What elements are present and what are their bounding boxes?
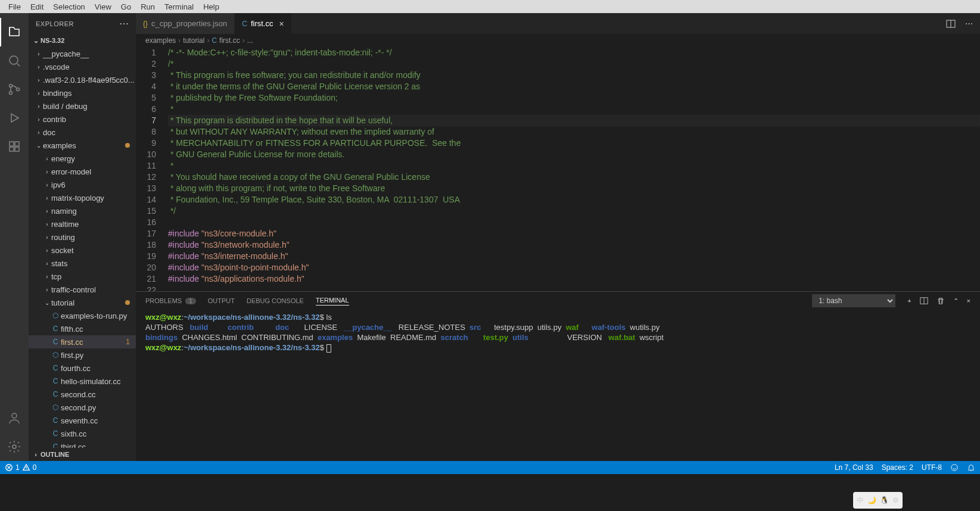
- status-spaces[interactable]: Spaces: 2: [882, 463, 913, 472]
- outline-section[interactable]: › OUTLINE: [29, 448, 136, 461]
- chevron-right-icon: ›: [43, 155, 51, 162]
- svg-point-3: [17, 88, 20, 91]
- run-debug-icon[interactable]: [0, 104, 29, 132]
- source-control-icon[interactable]: [0, 75, 29, 104]
- tab-actions: ⋯: [946, 13, 980, 34]
- code-lines[interactable]: /* -*- Mode:C++; c-file-style:"gnu"; ind…: [166, 47, 980, 291]
- status-bell-icon[interactable]: [967, 463, 975, 472]
- close-panel-icon[interactable]: ×: [967, 297, 970, 304]
- menu-run[interactable]: Run: [136, 2, 160, 11]
- tree-item-label: .waf3-2.0.18-ff4ae9f5cc0...: [43, 76, 135, 85]
- folder-item[interactable]: ›traffic-control: [29, 283, 136, 296]
- file-item[interactable]: ⬡first.py: [29, 348, 136, 362]
- folder-item[interactable]: ›tcp: [29, 270, 136, 283]
- menu-file[interactable]: File: [4, 2, 26, 11]
- menu-edit[interactable]: Edit: [26, 2, 48, 11]
- chevron-right-icon: ›: [43, 195, 51, 201]
- file-item[interactable]: Cthird.cc: [29, 440, 136, 448]
- tree-item-label: tcp: [51, 272, 61, 281]
- folder-item[interactable]: ›doc: [29, 126, 136, 139]
- settings-gear-icon[interactable]: [0, 432, 29, 461]
- folder-item[interactable]: ›build / debug: [29, 99, 136, 113]
- panel-tab-problems[interactable]: PROBLEMS 1: [145, 297, 196, 304]
- chevron-right-icon: ›: [43, 234, 51, 241]
- chevron-down-icon: ⌄: [43, 300, 51, 306]
- folder-item[interactable]: ⌄tutorial: [29, 296, 136, 309]
- close-icon[interactable]: ×: [279, 19, 284, 29]
- terminal-select[interactable]: 1: bash: [812, 294, 895, 307]
- accounts-icon[interactable]: [0, 404, 29, 432]
- folder-item[interactable]: ›routing: [29, 230, 136, 244]
- tree-item-label: fourth.cc: [61, 364, 91, 373]
- folder-item[interactable]: ›stats: [29, 257, 136, 270]
- explorer-icon[interactable]: [0, 18, 29, 46]
- panel-tab-terminal[interactable]: TERMINAL: [316, 297, 349, 306]
- folder-item[interactable]: ›.vscode: [29, 60, 136, 73]
- activity-bar: [0, 13, 29, 461]
- folder-item[interactable]: ›naming: [29, 204, 136, 217]
- json-icon: {}: [143, 20, 148, 28]
- file-tree[interactable]: ›__pycache__›.vscode›.waf3-2.0.18-ff4ae9…: [29, 47, 136, 448]
- file-item[interactable]: Cfirst.cc1: [29, 335, 136, 348]
- file-item[interactable]: Csecond.cc: [29, 388, 136, 401]
- folder-item[interactable]: ›matrix-topology: [29, 191, 136, 204]
- menubar: File Edit Selection View Go Run Terminal…: [0, 0, 980, 13]
- tab-first-cc[interactable]: C first.cc ×: [235, 13, 291, 34]
- split-terminal-icon[interactable]: [920, 297, 928, 305]
- breadcrumb[interactable]: examples› tutorial› C first.cc› ...: [136, 34, 980, 47]
- svg-point-2: [10, 92, 13, 95]
- breadcrumb-item[interactable]: tutorial: [183, 36, 204, 45]
- folder-item[interactable]: ›ipv6: [29, 178, 136, 191]
- folder-item[interactable]: ›socket: [29, 244, 136, 257]
- tree-item-label: sixth.cc: [61, 429, 86, 438]
- menu-terminal[interactable]: Terminal: [160, 2, 198, 11]
- folder-item[interactable]: ›contrib: [29, 113, 136, 126]
- split-editor-icon[interactable]: [946, 19, 956, 29]
- maximize-panel-icon[interactable]: ⌃: [953, 297, 959, 305]
- folder-item[interactable]: ›bindings: [29, 86, 136, 99]
- sidebar-more-icon[interactable]: ⋯: [119, 18, 129, 29]
- panel-tab-debug[interactable]: DEBUG CONSOLE: [247, 297, 304, 304]
- breadcrumb-item[interactable]: ...: [247, 36, 253, 45]
- code-editor[interactable]: 123456789101112131415161718192021222324 …: [136, 47, 980, 291]
- folder-item[interactable]: ⌄examples: [29, 139, 136, 152]
- tree-item-label: ipv6: [51, 180, 66, 189]
- status-feedback-icon[interactable]: [950, 463, 959, 472]
- breadcrumb-item[interactable]: first.cc: [219, 36, 240, 45]
- folder-item[interactable]: ›energy: [29, 152, 136, 165]
- breadcrumb-item[interactable]: examples: [145, 36, 176, 45]
- menu-go[interactable]: Go: [116, 2, 136, 11]
- kill-terminal-icon[interactable]: [937, 297, 945, 305]
- workspace-section[interactable]: ⌄ NS-3.32: [29, 34, 136, 47]
- more-actions-icon[interactable]: ⋯: [965, 19, 973, 28]
- new-terminal-icon[interactable]: +: [907, 297, 911, 304]
- file-item[interactable]: Cfifth.cc: [29, 322, 136, 335]
- search-icon[interactable]: [0, 46, 29, 75]
- menu-help[interactable]: Help: [198, 2, 224, 11]
- svg-point-1: [10, 85, 13, 88]
- status-encoding[interactable]: UTF-8: [922, 463, 942, 472]
- extensions-icon[interactable]: [0, 132, 29, 161]
- panel-tab-output[interactable]: OUTPUT: [208, 297, 235, 304]
- folder-item[interactable]: ›__pycache__: [29, 47, 136, 60]
- status-cursor[interactable]: Ln 7, Col 33: [835, 463, 873, 472]
- file-item[interactable]: Cseventh.cc: [29, 414, 136, 427]
- folder-item[interactable]: ›realtime: [29, 217, 136, 230]
- ime-widget[interactable]: 中 🌙 🐧 ⚙: [853, 492, 903, 509]
- file-item[interactable]: Cfourth.cc: [29, 362, 136, 375]
- tab-cpp-properties[interactable]: {} c_cpp_properties.json: [136, 13, 235, 34]
- file-item[interactable]: Csixth.cc: [29, 427, 136, 440]
- workspace-name: NS-3.32: [41, 37, 64, 44]
- file-item[interactable]: ⬡second.py: [29, 401, 136, 414]
- status-errors[interactable]: 1 0: [5, 463, 36, 472]
- svg-point-8: [12, 413, 17, 418]
- folder-item[interactable]: ›error-model: [29, 165, 136, 178]
- tree-item-label: third.cc: [61, 443, 86, 448]
- terminal-body[interactable]: wxz@wxz:~/workspace/ns-allinone-3.32/ns-…: [136, 310, 980, 461]
- file-type-icon: C: [50, 325, 61, 333]
- menu-view[interactable]: View: [90, 2, 116, 11]
- file-item[interactable]: ⬡examples-to-run.py: [29, 309, 136, 322]
- file-item[interactable]: Chello-simulator.cc: [29, 375, 136, 388]
- menu-selection[interactable]: Selection: [48, 2, 89, 11]
- folder-item[interactable]: ›.waf3-2.0.18-ff4ae9f5cc0...: [29, 73, 136, 86]
